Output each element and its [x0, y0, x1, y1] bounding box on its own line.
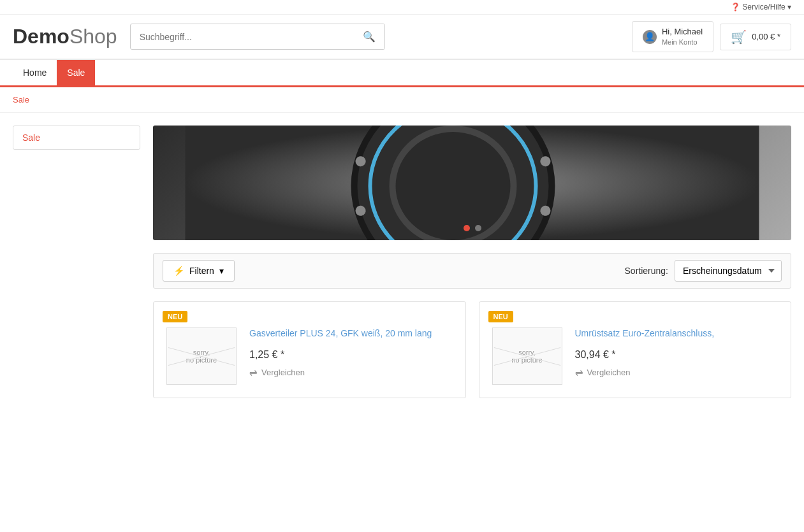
filter-label: Filtern — [189, 266, 214, 276]
top-bar: ❓ Service/Hilfe ▾ — [0, 0, 804, 15]
filter-bar: ⚡ Filtern ▾ Sortierung: Erscheinungsdatu… — [153, 253, 791, 289]
sort-select[interactable]: Erscheinungsdatum Preis aufsteigend Prei… — [675, 260, 782, 282]
nav-item-home[interactable]: Home — [13, 60, 57, 85]
user-icon: 👤 — [643, 30, 657, 44]
main-content: Sale — [0, 113, 804, 411]
banner-image — [153, 126, 791, 240]
help-icon: ❓ — [731, 3, 740, 11]
product-card-2: NEU sorry,no picture Umrüstsatz Euro-Zen… — [479, 301, 792, 398]
no-picture-label-2: sorry,no picture — [511, 349, 542, 364]
filter-chevron-icon: ▾ — [219, 266, 224, 276]
account-text: Hi, Michael Mein Konto — [662, 27, 703, 47]
product-info-2: Umrüstsatz Euro-Zentralanschluss, 30,94 … — [575, 327, 778, 378]
nav-item-sale[interactable]: Sale — [57, 60, 95, 85]
product-price-2: 30,94 € * — [575, 349, 778, 361]
banner-visual — [153, 126, 791, 240]
banner-dot-2[interactable] — [475, 225, 481, 231]
account-button[interactable]: 👤 Hi, Michael Mein Konto — [632, 21, 713, 52]
header: DemoShop 🔍 👤 Hi, Michael Mein Konto 🛒 0,… — [0, 15, 804, 60]
product-name-1[interactable]: Gasverteiler PLUS 24, GFK weiß, 20 mm la… — [249, 327, 453, 340]
product-grid: NEU sorry,no picture Gasverteiler PLUS 2… — [153, 301, 791, 398]
search-bar: 🔍 — [130, 24, 385, 50]
chevron-down-icon: ▾ — [787, 3, 791, 11]
compare-icon-1: ⇌ — [249, 367, 258, 378]
product-compare-2[interactable]: ⇌ Vergleichen — [575, 367, 778, 378]
account-greeting: Hi, Michael — [662, 27, 703, 36]
svg-point-4 — [396, 132, 511, 240]
cart-price: 0,00 € * — [752, 32, 780, 41]
breadcrumb-label: Sale — [13, 95, 29, 104]
content-area: ⚡ Filtern ▾ Sortierung: Erscheinungsdatu… — [153, 126, 791, 398]
product-name-2[interactable]: Umrüstsatz Euro-Zentralanschluss, — [575, 327, 778, 340]
product-inner-1: sorry,no picture Gasverteiler PLUS 24, G… — [166, 315, 453, 385]
filter-icon: ⚡ — [173, 266, 184, 276]
sidebar-item-label: Sale — [22, 133, 40, 143]
logo-demo: Demo — [13, 25, 69, 48]
search-button[interactable]: 🔍 — [354, 24, 384, 49]
compare-label-2: Vergleichen — [587, 368, 631, 377]
sort-area: Sortierung: Erscheinungsdatum Preis aufs… — [625, 260, 782, 282]
breadcrumb: Sale — [0, 87, 804, 113]
product-image-2[interactable]: sorry,no picture — [492, 327, 562, 385]
search-input[interactable] — [131, 25, 354, 48]
product-compare-1[interactable]: ⇌ Vergleichen — [249, 367, 453, 378]
badge-new-1: NEU — [163, 311, 187, 322]
product-inner-2: sorry,no picture Umrüstsatz Euro-Zentral… — [492, 315, 778, 385]
product-image-1[interactable]: sorry,no picture — [166, 327, 237, 385]
account-label: Mein Konto — [662, 38, 703, 47]
logo[interactable]: DemoShop — [13, 25, 117, 48]
compare-label-1: Vergleichen — [261, 368, 305, 377]
navigation: Home Sale — [0, 60, 804, 87]
banner — [153, 126, 791, 240]
badge-new-2: NEU — [488, 311, 513, 322]
sidebar-item-sale[interactable]: Sale — [13, 126, 140, 150]
cart-icon: 🛒 — [731, 29, 747, 45]
header-actions: 👤 Hi, Michael Mein Konto 🛒 0,00 € * — [632, 21, 791, 52]
banner-dots — [464, 225, 481, 231]
product-price-1: 1,25 € * — [249, 349, 453, 361]
filter-button[interactable]: ⚡ Filtern ▾ — [163, 260, 235, 282]
cart-button[interactable]: 🛒 0,00 € * — [720, 24, 791, 50]
service-help-link[interactable]: Service/Hilfe — [742, 3, 785, 11]
sidebar: Sale — [13, 126, 140, 398]
logo-shop: Shop — [69, 25, 117, 48]
no-picture-label-1: sorry,no picture — [186, 349, 217, 364]
compare-icon-2: ⇌ — [575, 367, 583, 378]
sort-label: Sortierung: — [625, 266, 668, 276]
product-info-1: Gasverteiler PLUS 24, GFK weiß, 20 mm la… — [249, 327, 453, 378]
product-card-1: NEU sorry,no picture Gasverteiler PLUS 2… — [153, 301, 466, 398]
banner-dot-1[interactable] — [464, 225, 470, 231]
search-icon: 🔍 — [363, 31, 376, 42]
